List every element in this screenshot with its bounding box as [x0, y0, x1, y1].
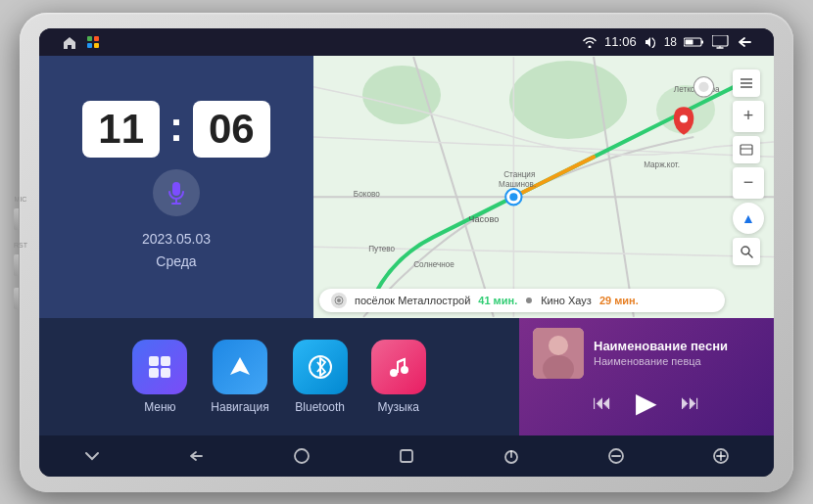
bluetooth-icon: [307, 353, 334, 381]
menu-label: Меню: [144, 400, 175, 414]
recent-apps-icon: [399, 448, 414, 464]
side-buttons: MIC RST: [14, 196, 27, 309]
app-icon-music[interactable]: Музыка: [371, 340, 426, 414]
svg-rect-8: [172, 182, 180, 196]
nav-bar: [39, 435, 774, 477]
music-note-icon: [385, 353, 412, 381]
svg-point-39: [526, 298, 532, 303]
nav-home[interactable]: [284, 438, 319, 474]
main-content: 11 : 06: [39, 56, 774, 477]
rst-label: RST: [14, 242, 27, 249]
svg-text:Марж.кот.: Марж.кот.: [644, 160, 680, 168]
svg-text:Машинов.: Машинов.: [499, 180, 536, 189]
next-btn[interactable]: ⏭: [681, 391, 700, 414]
svg-text:Путево: Путево: [368, 245, 395, 253]
date-line2: Среда: [142, 251, 211, 272]
svg-rect-41: [161, 356, 170, 366]
svg-point-45: [390, 369, 398, 377]
svg-rect-52: [401, 450, 412, 462]
svg-rect-7: [712, 35, 728, 46]
nav-minus[interactable]: [598, 438, 634, 474]
svg-rect-3: [94, 43, 99, 48]
back-arrow-icon[interactable]: [737, 35, 752, 49]
mic-label: MIC: [14, 196, 27, 203]
map-search-btn[interactable]: [733, 238, 760, 265]
svg-point-29: [680, 115, 688, 122]
route-from-time: 41 мин.: [478, 295, 517, 306]
route-separator-icon: [525, 297, 533, 304]
music-title: Наименование песни: [594, 339, 760, 355]
svg-rect-43: [161, 368, 170, 378]
date-widget: 2023.05.03 Среда: [142, 228, 211, 272]
svg-rect-40: [149, 356, 159, 366]
home-icon: [61, 35, 78, 49]
launcher-icon: [86, 35, 100, 49]
app-icon-menu[interactable]: Меню: [132, 340, 187, 414]
device-frame: MIC RST: [20, 13, 793, 492]
map-route-bar: посёлок Металлострой 41 мин. Кино Хауз 2…: [319, 289, 725, 312]
album-art: [533, 328, 584, 379]
nav-power[interactable]: [494, 438, 529, 474]
svg-rect-5: [686, 39, 693, 44]
music-player: Наименование песни Наименование певца ⏮ …: [519, 318, 774, 435]
volume-icon: [644, 36, 657, 48]
prev-btn[interactable]: ⏮: [593, 391, 612, 414]
android-back-icon: [188, 448, 206, 464]
nav-plus[interactable]: [703, 438, 739, 474]
zoom-out-label: −: [743, 172, 754, 193]
svg-rect-6: [701, 40, 703, 43]
map-section[interactable]: Путево Солнечное Часово Станция Машинов.…: [313, 56, 774, 318]
music-controls: ⏮ ▶ ⏭: [533, 387, 760, 419]
map-background: Путево Солнечное Часово Станция Машинов.…: [313, 56, 774, 318]
svg-point-38: [337, 298, 341, 302]
svg-rect-33: [741, 145, 752, 155]
battery-value: 18: [664, 35, 677, 49]
app-icons-section: Меню Навигация: [39, 318, 519, 435]
map-layers-btn[interactable]: [733, 136, 760, 163]
app-icon-bluetooth[interactable]: Bluetooth: [293, 340, 348, 414]
battery-icon: [684, 36, 705, 48]
mic-button-widget[interactable]: [153, 169, 200, 216]
map-menu-btn[interactable]: [733, 69, 760, 97]
play-btn[interactable]: ▶: [636, 387, 657, 419]
route-to-text: Кино Хауз: [541, 295, 592, 306]
svg-rect-0: [87, 36, 92, 41]
nav-recent[interactable]: [389, 438, 424, 474]
route-from-dot: [331, 293, 347, 308]
side-btn-3[interactable]: [14, 288, 19, 309]
bluetooth-label: Bluetooth: [295, 400, 345, 414]
clock-widget: 11 : 06: [82, 101, 269, 158]
nav-icon-circle: [213, 340, 267, 394]
chevron-down-icon: [82, 449, 102, 463]
music-label: Музыка: [377, 400, 418, 414]
svg-text:Часово: Часово: [468, 213, 499, 223]
map-zoom-in-btn[interactable]: +: [733, 101, 764, 132]
clock-colon: :: [169, 104, 183, 151]
clock-hours: 11: [98, 109, 144, 150]
music-artist: Наименование певца: [594, 355, 760, 367]
app-icon-navigation[interactable]: Навигация: [211, 340, 268, 414]
map-zoom-out-btn[interactable]: −: [733, 167, 764, 199]
svg-line-12: [413, 57, 494, 317]
map-compass-btn[interactable]: ▲: [733, 203, 764, 234]
rst-button[interactable]: [14, 254, 19, 276]
route-to-time: 29 мин.: [599, 295, 639, 306]
svg-rect-2: [87, 43, 92, 48]
minus-circle-icon: [607, 447, 625, 465]
top-section: 11 : 06: [39, 56, 774, 318]
hours-card: 11: [82, 101, 160, 158]
svg-rect-42: [149, 368, 159, 378]
mic-button[interactable]: [14, 208, 19, 230]
map-roads-svg: Путево Солнечное Часово Станция Машинов.…: [313, 56, 774, 318]
plus-circle-icon: [712, 447, 730, 465]
nav-chevron-down[interactable]: [74, 438, 110, 474]
power-icon: [502, 447, 520, 465]
svg-line-14: [594, 57, 634, 317]
music-info: Наименование песни Наименование певца: [594, 339, 760, 367]
date-line1: 2023.05.03: [142, 228, 211, 250]
svg-point-49: [549, 336, 568, 355]
status-bar: 11:06 18: [39, 28, 774, 56]
nav-android-back[interactable]: [179, 438, 215, 474]
svg-text:Станция: Станция: [503, 169, 535, 178]
navigation-icon: [226, 353, 254, 381]
